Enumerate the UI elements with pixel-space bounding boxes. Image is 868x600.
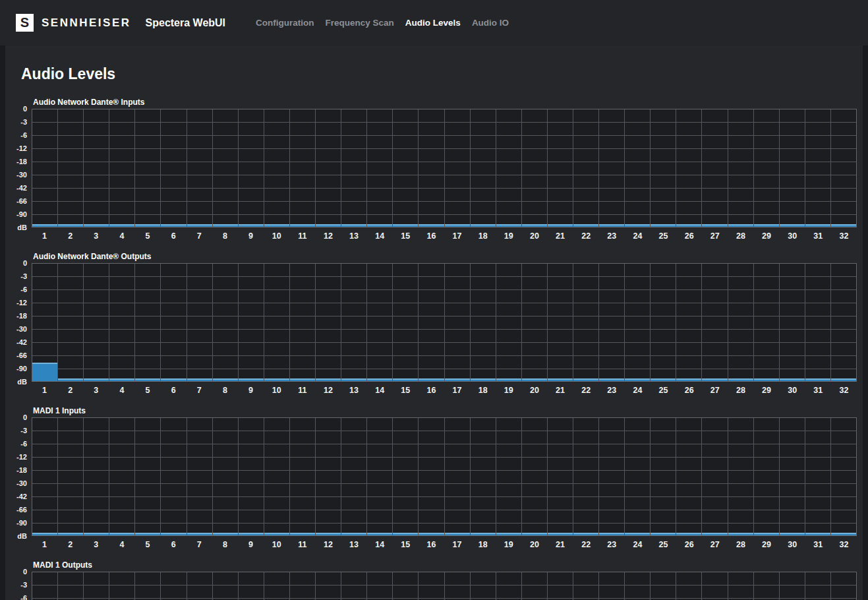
channel-number-label: 25 bbox=[651, 386, 676, 395]
channel-column bbox=[264, 572, 290, 600]
channel-column bbox=[290, 572, 316, 600]
channel-number-label: 26 bbox=[676, 386, 702, 395]
level-bar bbox=[728, 533, 753, 535]
channel-number-label: 15 bbox=[393, 540, 419, 549]
channel-number-label: 19 bbox=[496, 386, 521, 395]
channel-column bbox=[290, 418, 316, 535]
channel-column bbox=[32, 418, 58, 535]
channel-column bbox=[419, 264, 444, 381]
channel-column bbox=[573, 264, 599, 381]
y-tick-label: -3 bbox=[20, 273, 27, 280]
channel-column bbox=[728, 109, 754, 227]
level-bar bbox=[471, 378, 496, 381]
level-bar bbox=[805, 378, 830, 381]
channel-number-label: 14 bbox=[367, 231, 393, 241]
channel-column bbox=[367, 264, 393, 381]
channel-number-label: 24 bbox=[625, 540, 651, 549]
channel-number-label: 23 bbox=[599, 231, 625, 241]
level-bar bbox=[109, 378, 134, 381]
channel-number-label: 3 bbox=[83, 386, 109, 395]
channel-number-label: 18 bbox=[470, 540, 496, 549]
channel-column bbox=[393, 264, 419, 381]
nav-audio-levels[interactable]: Audio Levels bbox=[405, 18, 461, 28]
level-bar bbox=[573, 378, 598, 381]
channel-column bbox=[290, 109, 316, 227]
channel-column bbox=[341, 418, 367, 535]
level-bar bbox=[84, 224, 109, 227]
level-bar bbox=[780, 378, 805, 381]
channel-column bbox=[831, 418, 856, 535]
meter-grid bbox=[32, 572, 857, 600]
level-bar bbox=[676, 378, 701, 381]
level-bar bbox=[135, 378, 160, 381]
channel-number-label: 14 bbox=[367, 386, 393, 395]
channel-column bbox=[754, 418, 780, 535]
level-bar bbox=[32, 363, 57, 381]
level-bar bbox=[831, 224, 856, 227]
level-bar bbox=[728, 378, 753, 381]
channel-column bbox=[522, 418, 548, 535]
level-bar bbox=[702, 224, 727, 227]
channel-column bbox=[213, 572, 239, 600]
channel-number-label: 7 bbox=[187, 231, 212, 241]
channel-column bbox=[599, 572, 625, 600]
chart-row: 0-3-6-12-18-30-42-66-90dB bbox=[5, 263, 857, 382]
channel-column bbox=[754, 264, 780, 381]
level-bar bbox=[651, 224, 676, 227]
channel-number-label: 23 bbox=[599, 386, 625, 395]
channel-column bbox=[471, 572, 496, 600]
chart-title: Audio Network Dante® Inputs bbox=[33, 98, 857, 107]
y-tick-label: -42 bbox=[16, 185, 27, 192]
y-axis-labels: 0-3-6-12-18-30-42-66-90dB bbox=[5, 109, 32, 227]
chart-row: 0-3-6-12-18-30-42-66-90dB bbox=[5, 572, 857, 600]
y-tick-label: -66 bbox=[16, 198, 27, 205]
level-bar bbox=[445, 533, 470, 535]
channel-number-label: 28 bbox=[728, 540, 753, 549]
channel-number-label: 5 bbox=[135, 386, 161, 395]
level-bar bbox=[187, 533, 212, 535]
meter-grid bbox=[32, 109, 857, 227]
level-bar bbox=[676, 533, 701, 535]
y-tick-label: 0 bbox=[23, 260, 27, 267]
level-bar bbox=[625, 378, 650, 381]
level-bar bbox=[393, 378, 418, 381]
page-title: Audio Levels bbox=[5, 45, 863, 91]
channel-column bbox=[58, 109, 84, 227]
channel-number-label: 31 bbox=[805, 231, 831, 241]
channel-number-label: 31 bbox=[805, 540, 831, 549]
level-bar bbox=[522, 224, 547, 227]
channel-number-label: 7 bbox=[187, 540, 212, 549]
level-bar bbox=[522, 378, 547, 381]
meter-grid bbox=[32, 263, 857, 382]
level-bar bbox=[805, 533, 830, 535]
channel-column bbox=[445, 264, 471, 381]
x-axis-labels: 1234567891011121314151617181920212223242… bbox=[32, 231, 857, 241]
channel-number-label: 18 bbox=[470, 231, 496, 241]
channel-column bbox=[728, 418, 754, 535]
channel-column bbox=[187, 109, 213, 227]
channel-number-label: 8 bbox=[212, 231, 238, 241]
nav-frequency-scan[interactable]: Frequency Scan bbox=[326, 18, 394, 28]
channel-number-label: 31 bbox=[805, 386, 831, 395]
channel-number-label: 3 bbox=[83, 231, 109, 241]
channel-number-label: 27 bbox=[702, 231, 728, 241]
channel-number-label: 5 bbox=[135, 540, 161, 549]
level-bar bbox=[496, 224, 521, 227]
level-bar bbox=[367, 378, 392, 381]
level-bar bbox=[109, 224, 134, 227]
nav-configuration[interactable]: Configuration bbox=[256, 18, 314, 28]
y-tick-label: -42 bbox=[16, 339, 27, 346]
level-bar bbox=[728, 224, 753, 227]
nav-audio-io[interactable]: Audio IO bbox=[472, 18, 509, 28]
channel-column bbox=[445, 418, 471, 535]
channel-column bbox=[109, 418, 135, 535]
channel-column bbox=[109, 264, 135, 381]
y-axis-labels: 0-3-6-12-18-30-42-66-90dB bbox=[5, 417, 32, 536]
channel-column bbox=[754, 572, 780, 600]
channel-number-label: 2 bbox=[57, 231, 83, 241]
channel-number-label: 11 bbox=[289, 386, 315, 395]
channel-number-label: 25 bbox=[651, 540, 676, 549]
level-bar bbox=[522, 533, 547, 535]
channel-column bbox=[316, 264, 341, 381]
y-tick-label: dB bbox=[17, 378, 27, 386]
